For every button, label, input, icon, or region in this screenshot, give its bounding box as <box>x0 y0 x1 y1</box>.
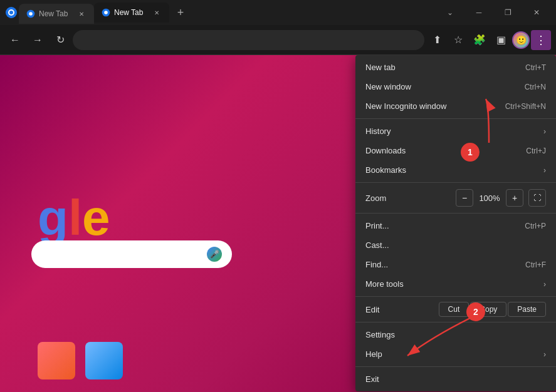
menu-item-new-tab-label: New tab <box>365 63 396 72</box>
tab-1-label: New Tab <box>39 9 68 18</box>
menu-item-history-label: History <box>365 126 391 136</box>
paste-button[interactable]: Paste <box>508 302 546 317</box>
menu-item-exit-label: Exit <box>365 374 379 384</box>
bottom-thumbnails <box>38 342 123 379</box>
downloads-shortcut: Ctrl+J <box>526 147 546 155</box>
google-logo: gle <box>38 189 110 247</box>
tab-2[interactable]: New Tab ✕ <box>94 3 169 23</box>
menu-divider-4 <box>355 296 556 297</box>
minimize-button[interactable]: ─ <box>464 3 493 23</box>
menu-item-incognito[interactable]: New Incognito window Ctrl+Shift+N <box>355 96 556 116</box>
tab-1[interactable]: New Tab ✕ <box>19 4 94 24</box>
find-shortcut: Ctrl+F <box>525 260 546 269</box>
microphone-icon[interactable]: 🎤 <box>207 247 222 262</box>
menu-divider-2 <box>355 182 556 183</box>
toolbar-right: ⬆ ☆ 🧩 ▣ 🙂 ⋮ <box>427 30 551 50</box>
annotation-2: 2 <box>466 302 485 321</box>
menu-divider-5 <box>355 322 556 322</box>
zoom-label: Zoom <box>365 193 386 203</box>
edit-buttons: Cut Copy Paste <box>439 302 546 317</box>
tab-2-label: New Tab <box>114 8 143 17</box>
bookmark-icon[interactable]: ☆ <box>448 30 468 50</box>
cut-button[interactable]: Cut <box>439 302 469 317</box>
avatar[interactable]: 🙂 <box>512 31 530 49</box>
menu-item-find-label: Find... <box>365 260 388 269</box>
menu-item-new-tab[interactable]: New tab Ctrl+T <box>355 58 556 77</box>
menu-item-downloads-label: Downloads <box>365 146 406 155</box>
toolbar: ← → ↻ ⬆ ☆ 🧩 ▣ 🙂 ⋮ <box>0 25 556 55</box>
menu-item-bookmarks-label: Bookmarks <box>365 165 406 175</box>
menu-item-more-tools[interactable]: More tools › <box>355 274 556 294</box>
zoom-row: Zoom − 100% + ⛶ <box>355 185 556 210</box>
edit-row: Edit Cut Copy Paste <box>355 299 556 319</box>
menu-divider-3 <box>355 213 556 214</box>
menu-item-incognito-label: New Incognito window <box>365 101 446 111</box>
thumbnail-1[interactable] <box>38 342 75 379</box>
zoom-value: 100% <box>478 193 501 203</box>
new-window-shortcut: Ctrl+N <box>525 83 546 91</box>
incognito-shortcut: Ctrl+Shift+N <box>505 102 546 111</box>
svg-point-4 <box>29 12 33 16</box>
menu-item-print[interactable]: Print... Ctrl+P <box>355 216 556 235</box>
menu-item-settings-label: Settings <box>365 330 395 339</box>
fullscreen-button[interactable]: ⛶ <box>528 189 546 207</box>
new-tab-button[interactable]: + <box>172 4 189 21</box>
zoom-in-button[interactable]: + <box>506 189 523 207</box>
menu-item-more-tools-label: More tools <box>365 279 404 289</box>
edit-label: Edit <box>365 305 379 314</box>
thumbnail-2[interactable] <box>85 342 123 379</box>
chrome-menu: New tab Ctrl+T New window Ctrl+N New Inc… <box>355 55 556 391</box>
menu-item-history[interactable]: History › <box>355 121 556 141</box>
back-button[interactable]: ← <box>5 30 25 50</box>
tab-2-close[interactable]: ✕ <box>152 8 162 18</box>
menu-item-downloads[interactable]: Downloads Ctrl+J <box>355 141 556 160</box>
zoom-controls: − 100% + ⛶ <box>456 189 546 207</box>
annotation-1: 1 <box>461 143 480 162</box>
share-icon[interactable]: ⬆ <box>427 30 447 50</box>
menu-item-find[interactable]: Find... Ctrl+F <box>355 255 556 274</box>
extensions-icon[interactable]: 🧩 <box>469 30 490 50</box>
forward-button[interactable]: → <box>28 30 48 50</box>
tab-dropdown-button[interactable]: ⌄ <box>436 3 464 23</box>
reload-button[interactable]: ↻ <box>50 30 70 50</box>
svg-point-6 <box>104 11 108 14</box>
menu-item-exit[interactable]: Exit <box>355 369 556 389</box>
window-controls: ⌄ ─ ❐ ✕ <box>436 3 551 23</box>
svg-point-2 <box>9 11 13 14</box>
menu-item-help[interactable]: Help › <box>355 344 556 364</box>
address-bar[interactable] <box>73 30 424 50</box>
menu-divider-1 <box>355 118 556 119</box>
menu-button[interactable]: ⋮ <box>531 30 551 50</box>
page-content: gle 🎤 New tab Ctrl+T New window Ctrl+N N… <box>0 55 556 392</box>
print-shortcut: Ctrl+P <box>525 222 546 230</box>
maximize-button[interactable]: ❐ <box>493 3 522 23</box>
menu-item-help-label: Help <box>365 349 382 359</box>
tab-1-close[interactable]: ✕ <box>76 9 87 19</box>
menu-item-new-window[interactable]: New window Ctrl+N <box>355 77 556 96</box>
sidebar-icon[interactable]: ▣ <box>491 30 511 50</box>
menu-item-settings[interactable]: Settings <box>355 325 556 344</box>
search-bar[interactable]: 🎤 <box>31 240 232 268</box>
new-tab-shortcut: Ctrl+T <box>525 63 546 72</box>
menu-item-cast-label: Cast... <box>365 240 389 250</box>
menu-item-print-label: Print... <box>365 221 389 230</box>
close-button[interactable]: ✕ <box>522 3 551 23</box>
menu-item-cast[interactable]: Cast... <box>355 235 556 255</box>
menu-item-new-window-label: New window <box>365 82 411 91</box>
menu-item-bookmarks[interactable]: Bookmarks › <box>355 160 556 180</box>
title-bar: New Tab ✕ New Tab ✕ + ⌄ ─ ❐ ✕ <box>0 0 556 25</box>
zoom-out-button[interactable]: − <box>456 189 473 207</box>
menu-divider-6 <box>355 366 556 367</box>
